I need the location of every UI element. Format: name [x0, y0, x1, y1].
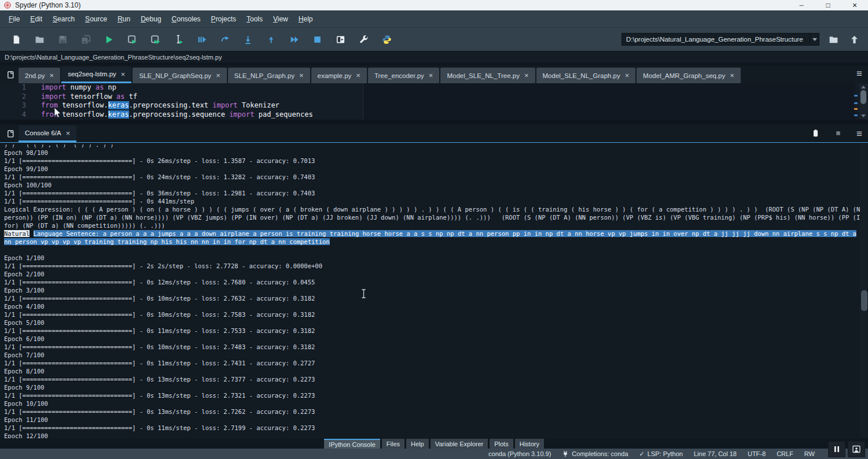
- plugin-tab[interactable]: Variable Explorer: [431, 439, 488, 449]
- step-into-button[interactable]: [236, 30, 259, 49]
- scroll-down-icon[interactable]: [861, 114, 866, 117]
- permissions-status: RW: [804, 450, 815, 457]
- console-line: 1/1 [==============================] - 0…: [4, 375, 868, 383]
- plugin-tab[interactable]: History: [515, 439, 544, 449]
- tab-close-icon[interactable]: [429, 72, 433, 79]
- editor-console-splitter[interactable]: [0, 120, 868, 124]
- save-button[interactable]: [51, 30, 74, 49]
- run-cell-advance-icon: [150, 35, 160, 45]
- menu-item[interactable]: Search: [47, 13, 80, 25]
- menu-item[interactable]: Debug: [135, 13, 166, 25]
- plugin-tab[interactable]: Plots: [490, 439, 513, 449]
- editor-tab[interactable]: Model_SLE_NL_Graph.py: [536, 68, 636, 83]
- menu-item[interactable]: Tools: [241, 13, 268, 25]
- console-line: 1/1 [==============================] - 0…: [4, 189, 868, 197]
- menu-item[interactable]: Source: [80, 13, 112, 25]
- editor-tab[interactable]: example.py: [311, 68, 367, 83]
- step-return-button[interactable]: [259, 30, 282, 49]
- interpreter-status[interactable]: conda (Python 3.10.9): [488, 450, 551, 457]
- console-scrollbar-thumb[interactable]: [861, 290, 867, 311]
- plugin-tabbar: IPython Console Files Help Variable Expl…: [0, 438, 868, 449]
- editor-tab[interactable]: Tree_encoder.py: [368, 68, 439, 83]
- minimize-button[interactable]: [788, 0, 815, 10]
- parent-directory-button[interactable]: [847, 32, 861, 46]
- arrow-up-icon: [849, 35, 859, 45]
- save-all-icon: [81, 35, 91, 45]
- new-file-button[interactable]: [5, 30, 28, 49]
- close-button[interactable]: [841, 0, 868, 10]
- inspect-button[interactable]: [811, 129, 820, 140]
- ipython-console[interactable]: ) ) ( ( ) , ( ) ( ) ) . ) )Epoch 98/1001…: [0, 142, 868, 438]
- run-file-button[interactable]: [97, 30, 120, 49]
- editor[interactable]: 1import numpy as np2import tensorflow as…: [0, 83, 868, 120]
- menu-item[interactable]: Run: [112, 13, 135, 25]
- cursor-position-label: Line 77, Col 18: [694, 450, 737, 457]
- tab-close-icon[interactable]: [216, 72, 220, 79]
- browse-directory-button[interactable]: [826, 32, 840, 46]
- working-directory-combobox[interactable]: D:\projects\Natural_Language_Generation_…: [621, 33, 819, 46]
- editor-tab[interactable]: seq2seq-lstm.py: [61, 66, 131, 83]
- menu-item[interactable]: Projects: [206, 13, 241, 25]
- console-line: Logical Expression: ( ( ( A person ) ( o…: [4, 205, 868, 213]
- tab-close-icon[interactable]: [50, 72, 54, 79]
- encoding-status: UTF-8: [748, 450, 766, 457]
- run-selection-icon: [174, 35, 183, 45]
- console-line: nn person vp vp vp vp training training …: [4, 238, 868, 246]
- menu-item[interactable]: View: [268, 13, 293, 25]
- tab-close-icon[interactable]: [730, 72, 734, 79]
- save-all-button[interactable]: [74, 30, 97, 49]
- maximize-button[interactable]: [815, 0, 841, 10]
- stop-button[interactable]: [306, 30, 329, 49]
- run-cell-advance-button[interactable]: [144, 30, 167, 49]
- editor-tab[interactable]: 2nd.py: [19, 68, 60, 83]
- run-selection-button[interactable]: [167, 30, 190, 49]
- tab-close-icon[interactable]: [299, 72, 304, 79]
- plugin-tab[interactable]: IPython Console: [324, 439, 380, 449]
- menu-item[interactable]: File: [3, 13, 25, 25]
- tab-close-icon[interactable]: [356, 72, 361, 79]
- plugin-tab[interactable]: Files: [382, 439, 404, 449]
- pause-button[interactable]: [828, 441, 845, 457]
- open-file-button[interactable]: [28, 30, 51, 49]
- interrupt-kernel-button[interactable]: [834, 129, 843, 140]
- profile-button[interactable]: [848, 441, 865, 457]
- tab-close-icon[interactable]: [625, 72, 630, 79]
- editor-tab[interactable]: Model_AMR_Graph_seq.py: [637, 68, 741, 83]
- scroll-up-icon[interactable]: [861, 86, 866, 88]
- lsp-label: LSP: Python: [648, 450, 683, 457]
- menu-item[interactable]: Help: [293, 13, 318, 25]
- scroll-flag: [854, 95, 858, 97]
- completions-status[interactable]: Completions: conda: [562, 450, 628, 457]
- plugin-tab[interactable]: Help: [406, 439, 429, 449]
- preferences-button[interactable]: [352, 30, 375, 49]
- editor-options-menu-icon[interactable]: [856, 68, 862, 80]
- chevron-down-icon[interactable]: [810, 34, 819, 45]
- console-line: 1/1 [==============================] - 0…: [4, 343, 868, 351]
- editor-tab[interactable]: SLE_NLP_GraphSeq.py: [133, 68, 226, 83]
- debug-file-button[interactable]: [190, 30, 213, 49]
- console-options-menu-icon[interactable]: [856, 128, 862, 140]
- editor-scrollbar-thumb[interactable]: [860, 90, 866, 104]
- tab-close-icon[interactable]: [524, 72, 529, 79]
- python-path-button[interactable]: [375, 30, 398, 49]
- console-browse-tabs-button[interactable]: [2, 126, 19, 141]
- browse-tabs-button[interactable]: [2, 67, 19, 82]
- console-line: Epoch 100/100: [4, 181, 868, 189]
- editor-scrollbar[interactable]: [859, 84, 867, 119]
- menu-item[interactable]: Consoles: [167, 13, 206, 25]
- menu-item[interactable]: Edit: [25, 13, 47, 25]
- plugin-tab-label: History: [520, 441, 539, 447]
- tab-close-icon[interactable]: [121, 71, 126, 78]
- run-current-line-button[interactable]: [213, 30, 236, 49]
- run-cell-button[interactable]: [120, 30, 144, 49]
- inspect-icon: [811, 129, 820, 138]
- tab-close-icon[interactable]: [66, 129, 71, 137]
- continue-button[interactable]: [282, 30, 306, 49]
- console-line: 1/1 [==============================] - 0…: [4, 408, 868, 416]
- editor-tab[interactable]: SLE_NLP_Graph.py: [228, 68, 310, 83]
- console-tab[interactable]: Console 6/A: [19, 125, 76, 142]
- maximize-pane-button[interactable]: [329, 30, 352, 49]
- console-line: Epoch 4/100: [4, 302, 868, 310]
- lsp-status[interactable]: LSP: Python: [639, 450, 683, 458]
- editor-tab[interactable]: Model_SLE_NL_Tree.py: [440, 68, 535, 83]
